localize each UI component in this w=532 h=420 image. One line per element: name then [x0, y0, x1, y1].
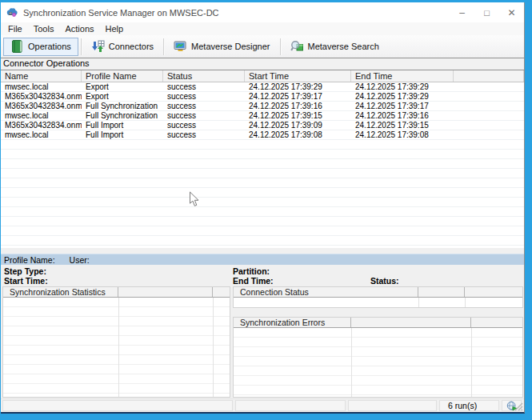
cell-end: 24.12.2025 17:39:15 [351, 121, 454, 130]
close-icon: ✕ [507, 7, 515, 18]
cell-name: mwsec.local [1, 111, 82, 121]
table-row[interactable]: M365x30432834.onmi...Exportsuccess24.12.… [1, 92, 524, 102]
cell-name: mwsec.local [1, 130, 82, 140]
close-button[interactable]: ✕ [499, 2, 524, 22]
cell-start: 24.12.2025 17:39:08 [245, 130, 351, 140]
column-divider [465, 298, 466, 307]
sync-statistics-list[interactable]: Synchronization Statistics [2, 286, 230, 398]
cell-start: 24.12.2025 17:39:09 [245, 121, 351, 130]
cell-status: success [163, 111, 245, 121]
cell-start: 24.12.2025 17:39:29 [245, 82, 351, 92]
status-panel-run-count: 6 run(s) [439, 400, 499, 411]
toolbar-button-label: Operations [28, 42, 71, 51]
status-panel [235, 400, 346, 411]
cell-profile: Full Synchronization [82, 102, 163, 111]
metaverse-designer-icon [174, 40, 187, 53]
app-icon [6, 6, 18, 19]
cell-status: success [163, 121, 245, 130]
profile-name-label: Profile Name: [4, 254, 55, 265]
table-row[interactable]: M365x30432834.onmi...Full Synchronizatio… [1, 102, 524, 111]
user-label: User: [70, 254, 90, 265]
cell-end: 24.12.2025 17:39:16 [351, 111, 454, 121]
toolbar-button-metaverse-search[interactable]: Metaverse Search [283, 38, 386, 56]
cell-name: mwsec.local [1, 82, 82, 92]
sync-errors-list[interactable]: Synchronization Errors [233, 317, 523, 398]
sync-statistics-header-cell[interactable] [213, 287, 230, 297]
resize-grip[interactable] [514, 402, 523, 411]
sync-statistics-header-cell[interactable] [118, 287, 213, 297]
toolbar: Operations Connectors Metaverse Designer [1, 35, 524, 58]
operations-icon [10, 40, 24, 53]
cell-end: 24.12.2025 17:39:17 [351, 102, 454, 111]
status-panel [2, 400, 233, 411]
cell-start: 24.12.2025 17:39:17 [245, 92, 351, 102]
minimize-button[interactable]: – [450, 2, 474, 22]
cell-status: success [163, 82, 245, 92]
connection-status-header-cell[interactable] [418, 287, 465, 297]
toolbar-button-connectors[interactable]: Connectors [84, 38, 161, 56]
toolbar-button-label: Metaverse Designer [191, 42, 270, 51]
header-cell-start-time[interactable]: Start Time [245, 70, 351, 82]
toolbar-button-operations[interactable]: Operations [3, 38, 78, 56]
menu-item-file[interactable]: File [2, 22, 28, 35]
cell-start: 24.12.2025 17:39:16 [245, 102, 351, 111]
cell-start: 24.12.2025 17:39:15 [245, 111, 351, 121]
table-row[interactable]: mwsec.localExportsuccess24.12.2025 17:39… [1, 82, 524, 92]
connection-status-header-cell[interactable]: Connection Status [234, 287, 418, 297]
operations-table-body[interactable]: mwsec.localExportsuccess24.12.2025 17:39… [1, 82, 524, 248]
maximize-button[interactable]: □ [474, 2, 499, 22]
column-divider [351, 328, 352, 397]
header-cell-status[interactable]: Status [163, 70, 245, 82]
table-row[interactable]: M365x30432834.onmi...Full Importsuccess2… [1, 121, 524, 130]
connection-status-header: Connection Status [234, 287, 522, 298]
cell-profile: Full Import [82, 130, 163, 140]
step-type-label: Step Type: [4, 266, 46, 276]
connectors-icon [91, 40, 105, 53]
header-cell-name[interactable]: Name [1, 70, 82, 82]
sync-statistics-body[interactable] [3, 298, 230, 397]
toolbar-separator [280, 38, 281, 55]
sync-errors-header-cell[interactable] [471, 318, 522, 327]
run-count: 6 run(s) [448, 401, 477, 410]
menu-item-actions[interactable]: Actions [59, 22, 99, 35]
window-title: Synchronization Service Manager on MWSEC… [23, 8, 219, 18]
connection-status-list[interactable]: Connection Status [233, 286, 523, 308]
menu-item-help[interactable]: Help [100, 22, 130, 35]
status-bar: 6 run(s) [1, 398, 524, 412]
sync-statistics-header-cell[interactable]: Synchronization Statistics [3, 287, 118, 297]
toolbar-separator [163, 38, 164, 55]
table-row[interactable]: mwsec.localFull Importsuccess24.12.2025 … [1, 130, 524, 140]
cell-name: M365x30432834.onmi... [1, 121, 82, 130]
start-time-label: Start Time: [4, 276, 48, 286]
connector-operations-header: Connector Operations [1, 58, 524, 70]
sync-errors-header-cell[interactable]: Synchronization Errors [234, 318, 351, 327]
column-divider [471, 328, 472, 397]
toolbar-separator [81, 38, 82, 55]
header-cell-end-time[interactable]: End Time [351, 70, 454, 82]
column-divider [418, 298, 419, 307]
connection-status-body[interactable] [234, 298, 522, 307]
cell-status: success [163, 92, 245, 102]
cell-end: 24.12.2025 17:39:08 [351, 130, 454, 140]
column-divider [213, 298, 214, 397]
sync-statistics-header: Synchronization Statistics [3, 287, 230, 298]
metaverse-search-icon [290, 40, 304, 53]
sync-errors-header-cell[interactable] [351, 318, 471, 327]
cell-end: 24.12.2025 17:39:29 [351, 92, 454, 102]
menu-bar: FileToolsActionsHelp [1, 22, 524, 35]
table-row[interactable]: mwsec.localFull Synchronizationsuccess24… [1, 111, 524, 121]
header-cell-blank[interactable] [454, 70, 524, 82]
cell-name: M365x30432834.onmi... [1, 92, 82, 102]
end-time-label: End Time: [233, 276, 274, 286]
cell-profile: Full Import [82, 121, 163, 130]
sync-errors-body[interactable] [234, 328, 522, 397]
app-window: Synchronization Service Manager on MWSEC… [1, 2, 525, 414]
toolbar-button-metaverse-designer[interactable]: Metaverse Designer [166, 38, 277, 56]
status-label: Status: [370, 276, 399, 286]
connection-status-header-cell[interactable] [465, 287, 522, 297]
maximize-icon: □ [484, 8, 490, 18]
horizontal-splitter[interactable] [1, 248, 524, 254]
menu-item-tools[interactable]: Tools [28, 22, 60, 35]
minimize-icon: – [459, 7, 465, 18]
header-cell-profile-name[interactable]: Profile Name [82, 70, 163, 82]
